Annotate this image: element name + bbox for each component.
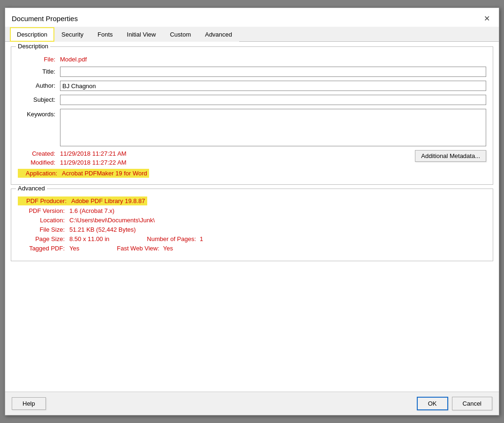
created-modified-area: Created: 11/29/2018 11:27:21 AM Modified… [18, 150, 486, 178]
author-row: Author: [18, 81, 486, 91]
title-row: Title: [18, 67, 486, 77]
pdf-producer-row-highlighted: PDF Producer: Adobe PDF Library 19.8.87 [18, 196, 147, 205]
title-bar: Document Properties ✕ [5, 8, 499, 27]
file-label: File: [18, 54, 60, 63]
keywords-input[interactable] [60, 109, 486, 146]
pdf-producer-value: Adobe PDF Library 19.8.87 [71, 197, 145, 204]
fast-web-view-value: Yes [163, 245, 173, 252]
dialog: Document Properties ✕ Description Securi… [5, 8, 499, 415]
help-button[interactable]: Help [12, 397, 46, 410]
file-value: Model.pdf [60, 54, 87, 63]
ok-button[interactable]: OK [417, 397, 448, 410]
tab-fonts[interactable]: Fonts [90, 27, 120, 42]
tab-description[interactable]: Description [10, 27, 54, 42]
description-section: Description File: Model.pdf Title: Autho… [11, 46, 493, 185]
subject-label: Subject: [18, 95, 60, 103]
subject-input[interactable] [60, 95, 486, 105]
footer: Help OK Cancel [5, 392, 499, 415]
page-size-label: Page Size: [18, 235, 69, 242]
subject-row: Subject: [18, 95, 486, 105]
content-area: Description File: Model.pdf Title: Autho… [5, 42, 499, 392]
pdf-producer-label: PDF Producer: [20, 197, 71, 204]
advanced-section: Advanced PDF Producer: Adobe PDF Library… [11, 189, 493, 261]
author-input[interactable] [60, 81, 486, 91]
created-row: Created: 11/29/2018 11:27:21 AM [18, 150, 149, 157]
close-button[interactable]: ✕ [481, 13, 492, 24]
tagged-pdf-row: Tagged PDF: Yes Fast Web View: Yes [18, 245, 486, 252]
tagged-pdf-value: Yes [69, 245, 79, 252]
application-row-highlighted: Application: Acrobat PDFMaker 19 for Wor… [18, 169, 149, 178]
location-row: Location: C:\Users\bevi\Documents\Junk\ [18, 217, 486, 224]
tab-custom[interactable]: Custom [163, 27, 198, 42]
tab-initial-view[interactable]: Initial View [120, 27, 163, 42]
location-label: Location: [18, 217, 69, 224]
tab-bar: Description Security Fonts Initial View … [5, 27, 499, 42]
pdf-version-label: PDF Version: [18, 207, 69, 214]
page-size-value: 8.50 x 11.00 in [69, 235, 109, 242]
tagged-pdf-label: Tagged PDF: [18, 245, 69, 252]
pdf-version-value: 1.6 (Acrobat 7.x) [69, 207, 114, 214]
author-label: Author: [18, 81, 60, 89]
description-section-title: Description [16, 43, 50, 50]
file-size-value: 51.21 KB (52,442 Bytes) [69, 226, 136, 233]
location-value: C:\Users\bevi\Documents\Junk\ [69, 217, 155, 224]
file-size-label: File Size: [18, 226, 69, 233]
dialog-title: Document Properties [12, 15, 78, 23]
file-row: File: Model.pdf [18, 54, 486, 63]
page-size-row: Page Size: 8.50 x 11.00 in Number of Pag… [18, 235, 486, 242]
tab-advanced[interactable]: Advanced [198, 27, 239, 42]
title-input[interactable] [60, 67, 486, 77]
created-value: 11/29/2018 11:27:21 AM [60, 150, 127, 157]
title-label: Title: [18, 67, 60, 75]
created-label: Created: [18, 150, 60, 157]
modified-row: Modified: 11/29/2018 11:27:22 AM [18, 159, 149, 166]
num-pages-label: Number of Pages: [147, 235, 196, 242]
advanced-section-title: Advanced [16, 185, 47, 192]
modified-label: Modified: [18, 159, 60, 166]
application-value: Acrobat PDFMaker 19 for Word [62, 170, 147, 177]
footer-right: OK Cancel [417, 397, 492, 410]
cancel-button[interactable]: Cancel [452, 397, 492, 410]
tab-security[interactable]: Security [54, 27, 90, 42]
num-pages-value: 1 [200, 235, 203, 242]
modified-value: 11/29/2018 11:27:22 AM [60, 159, 127, 166]
file-size-row: File Size: 51.21 KB (52,442 Bytes) [18, 226, 486, 233]
keywords-row: Keywords: [18, 109, 486, 146]
created-modified-left: Created: 11/29/2018 11:27:21 AM Modified… [18, 150, 149, 178]
pdf-version-row: PDF Version: 1.6 (Acrobat 7.x) [18, 207, 486, 214]
fast-web-view-label: Fast Web View: [117, 245, 159, 252]
keywords-label: Keywords: [18, 109, 60, 118]
application-label: Application: [20, 170, 62, 177]
additional-metadata-button[interactable]: Additional Metadata... [415, 150, 486, 162]
